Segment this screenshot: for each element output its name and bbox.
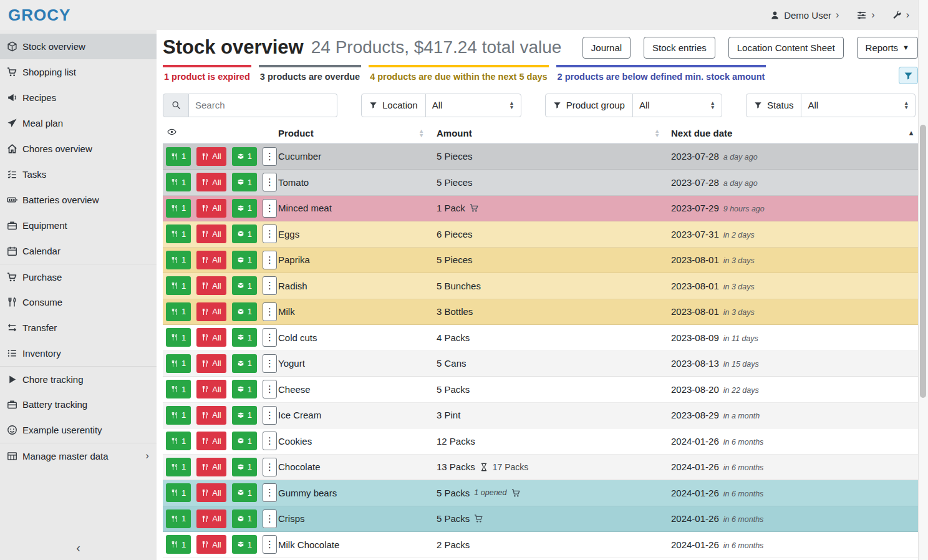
consume-one-button[interactable]: 1 — [166, 458, 191, 476]
user-menu[interactable]: Demo User › — [770, 10, 839, 21]
row-menu-button[interactable]: ⋮ — [263, 458, 277, 476]
open-one-button[interactable]: 1 — [232, 458, 257, 476]
open-one-button[interactable]: 1 — [232, 535, 257, 554]
consume-one-button[interactable]: 1 — [166, 354, 191, 373]
consume-all-button[interactable]: All — [196, 173, 226, 191]
column-header-amount[interactable]: Amount ▴▾ — [437, 128, 671, 138]
row-menu-button[interactable]: ⋮ — [263, 535, 277, 554]
consume-all-button[interactable]: All — [196, 509, 226, 528]
consume-all-button[interactable]: All — [196, 432, 226, 450]
consume-all-button[interactable]: All — [196, 251, 226, 269]
open-one-button[interactable]: 1 — [232, 173, 257, 191]
search-input[interactable] — [189, 94, 337, 117]
row-menu-button[interactable]: ⋮ — [263, 380, 277, 398]
consume-one-button[interactable]: 1 — [166, 276, 191, 295]
consume-one-button[interactable]: 1 — [166, 302, 191, 321]
consume-all-button[interactable]: All — [196, 458, 226, 476]
sidebar-item-consume[interactable]: Consume — [0, 289, 157, 315]
consume-all-button[interactable]: All — [196, 224, 226, 243]
open-one-button[interactable]: 1 — [232, 147, 257, 166]
open-one-button[interactable]: 1 — [232, 509, 257, 528]
status-select[interactable]: All▲▼ — [801, 94, 915, 117]
sidebar-item-shopping-list[interactable]: Shopping list — [0, 59, 157, 85]
consume-one-button[interactable]: 1 — [166, 535, 191, 554]
row-menu-button[interactable]: ⋮ — [263, 251, 277, 269]
consume-all-button[interactable]: All — [196, 199, 226, 218]
open-one-button[interactable]: 1 — [232, 276, 257, 295]
open-one-button[interactable]: 1 — [232, 354, 257, 373]
row-menu-button[interactable]: ⋮ — [263, 224, 277, 243]
consume-one-button[interactable]: 1 — [166, 199, 191, 218]
banner-due-soon[interactable]: 4 products are due within the next 5 day… — [369, 65, 548, 86]
consume-one-button[interactable]: 1 — [166, 406, 191, 425]
sidebar-item-chores-overview[interactable]: Chores overview — [0, 136, 157, 162]
sidebar-item-battery-tracking[interactable]: Battery tracking — [0, 392, 157, 417]
consume-one-button[interactable]: 1 — [166, 509, 191, 528]
grocy-logo[interactable]: GROCY — [8, 6, 70, 25]
row-menu-button[interactable]: ⋮ — [263, 173, 277, 191]
sidebar-item-inventory[interactable]: Inventory — [0, 340, 157, 366]
consume-all-button[interactable]: All — [196, 535, 226, 554]
sidebar-item-example-userentity[interactable]: Example userentity — [0, 417, 157, 443]
consume-one-button[interactable]: 1 — [166, 432, 191, 450]
settings-menu[interactable]: › — [856, 10, 874, 21]
toggle-product-pictures-header[interactable] — [163, 127, 278, 138]
consume-all-button[interactable]: All — [196, 276, 226, 295]
column-header-next-due-date[interactable]: Next due date ▴ — [671, 128, 928, 138]
journal-button[interactable]: Journal — [582, 37, 631, 59]
consume-all-button[interactable]: All — [196, 483, 226, 502]
consume-one-button[interactable]: 1 — [166, 173, 191, 191]
stock-entries-button[interactable]: Stock entries — [644, 37, 715, 59]
consume-all-button[interactable]: All — [196, 328, 226, 347]
row-menu-button[interactable]: ⋮ — [263, 199, 277, 218]
consume-one-button[interactable]: 1 — [166, 251, 191, 269]
open-one-button[interactable]: 1 — [232, 483, 257, 502]
row-menu-button[interactable]: ⋮ — [263, 354, 277, 373]
sidebar-item-stock-overview[interactable]: Stock overview — [0, 34, 157, 59]
open-one-button[interactable]: 1 — [232, 302, 257, 321]
banner-below-min[interactable]: 2 products are below defined min. stock … — [556, 65, 766, 86]
sidebar-item-chore-tracking[interactable]: Chore tracking — [0, 366, 157, 392]
column-header-product[interactable]: Product ▴▾ — [278, 128, 437, 138]
consume-one-button[interactable]: 1 — [166, 380, 191, 398]
sidebar-item-transfer[interactable]: Transfer — [0, 315, 157, 340]
scrollbar-thumb[interactable] — [920, 125, 926, 398]
location-content-sheet-button[interactable]: Location Content Sheet — [728, 37, 844, 59]
banner-expired[interactable]: 1 product is expired — [163, 65, 251, 86]
banner-overdue[interactable]: 3 products are overdue — [259, 65, 361, 86]
row-menu-button[interactable]: ⋮ — [263, 483, 277, 502]
open-one-button[interactable]: 1 — [232, 251, 257, 269]
sidebar-item-tasks[interactable]: Tasks — [0, 162, 157, 187]
consume-all-button[interactable]: All — [196, 147, 226, 166]
consume-all-button[interactable]: All — [196, 302, 226, 321]
reports-button[interactable]: Reports▼ — [857, 37, 918, 59]
open-one-button[interactable]: 1 — [232, 224, 257, 243]
sidebar-item-batteries-overview[interactable]: Batteries overview — [0, 187, 157, 213]
row-menu-button[interactable]: ⋮ — [263, 509, 277, 528]
open-one-button[interactable]: 1 — [232, 380, 257, 398]
sidebar-item-calendar[interactable]: Calendar — [0, 238, 157, 264]
clear-filters-button[interactable] — [899, 67, 918, 84]
row-menu-button[interactable]: ⋮ — [263, 302, 277, 321]
row-menu-button[interactable]: ⋮ — [263, 328, 277, 347]
open-one-button[interactable]: 1 — [232, 199, 257, 218]
row-menu-button[interactable]: ⋮ — [263, 276, 277, 295]
consume-one-button[interactable]: 1 — [166, 147, 191, 166]
consume-one-button[interactable]: 1 — [166, 483, 191, 502]
consume-all-button[interactable]: All — [196, 380, 226, 398]
consume-all-button[interactable]: All — [196, 354, 226, 373]
row-menu-button[interactable]: ⋮ — [263, 406, 277, 425]
product-group-select[interactable]: All▲▼ — [633, 94, 722, 117]
admin-menu[interactable]: › — [892, 10, 909, 20]
row-menu-button[interactable]: ⋮ — [263, 147, 277, 166]
open-one-button[interactable]: 1 — [232, 432, 257, 450]
open-one-button[interactable]: 1 — [232, 328, 257, 347]
row-menu-button[interactable]: ⋮ — [263, 432, 277, 450]
sidebar-item-meal-plan[interactable]: Meal plan — [0, 110, 157, 136]
scrollbar-track[interactable] — [918, 0, 928, 560]
location-select[interactable]: All▲▼ — [426, 94, 521, 117]
consume-one-button[interactable]: 1 — [166, 328, 191, 347]
sidebar-item-equipment[interactable]: Equipment — [0, 213, 157, 238]
consume-one-button[interactable]: 1 — [166, 224, 191, 243]
sidebar-item-recipes[interactable]: Recipes — [0, 85, 157, 110]
